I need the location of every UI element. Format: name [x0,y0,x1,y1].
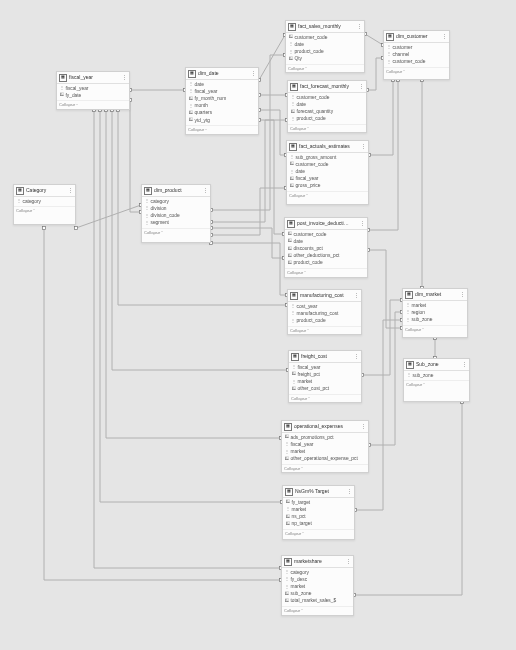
table-header[interactable]: ▦manufacturing_cost⋮ [288,290,361,302]
column-item[interactable]: ⋮market [283,448,367,455]
table-menu-icon[interactable]: ⋮ [250,71,256,77]
column-item[interactable]: ⚿other_operational_expense_pct [283,456,367,463]
model-canvas[interactable]: ▦fiscal_year⋮⋮fiscal_year⚿fy_dateCollaps… [0,0,516,650]
column-item[interactable]: ⋮date [287,41,363,48]
table-header[interactable]: ▦post_invoice_deducti…⋮ [285,218,367,230]
table-fact_forecast_monthly[interactable]: ▦fact_forecast_monthly⋮⋮customer_code⋮da… [287,80,367,133]
column-item[interactable]: ⚿ns_pct [284,513,353,520]
column-item[interactable]: ⚿total_market_sales_$ [283,598,352,605]
table-marketshare[interactable]: ▦marketshare⋮⋮category⋮fy_desc⋮market⚿su… [281,555,354,616]
collapse-toggle[interactable]: Collapse˄ [384,67,449,75]
column-item[interactable]: ⋮customer_code [289,94,365,101]
table-menu-icon[interactable]: ⋮ [360,424,366,430]
table-header[interactable]: ▦dim_date⋮ [186,68,258,80]
column-item[interactable]: ⚿customer_code [286,231,366,238]
table-header[interactable]: ▦fact_sales_monthly⋮ [286,21,364,33]
collapse-toggle[interactable]: Collapse˄ [57,100,129,108]
column-item[interactable]: ⚿ytd_ytg [187,117,257,124]
column-item[interactable]: ⚿sub_zone [283,591,352,598]
column-item[interactable]: ⚿Qty [287,56,363,63]
table-header[interactable]: ▦dim_market⋮ [403,289,467,301]
column-item[interactable]: ⋮date [187,81,257,88]
column-item[interactable]: ⚿ads_promotions_pct [283,434,367,441]
table-manufacturing_cost[interactable]: ▦manufacturing_cost⋮⋮cost_year⋮manufactu… [287,289,362,335]
column-item[interactable]: ⋮channel [385,51,448,58]
table-menu-icon[interactable]: ⋮ [461,362,467,368]
table-menu-icon[interactable]: ⋮ [360,144,366,150]
column-item[interactable]: ⋮division_code [143,212,209,219]
column-item[interactable]: ⚿fy_target [284,499,353,506]
column-item[interactable]: ⚿fiscal_year [288,176,367,183]
table-fact_sales_monthly[interactable]: ▦fact_sales_monthly⋮⚿customer_code⋮date⋮… [285,20,365,73]
table-menu-icon[interactable]: ⋮ [346,489,352,495]
column-item[interactable]: ⚿discounts_pct [286,245,366,252]
column-item[interactable]: ⋮sub_zone [404,316,466,323]
table-sub_zone[interactable]: ▦Sub_zone⋮⋮sub_zoneCollapse˄ [403,358,470,402]
collapse-toggle[interactable]: Collapse˄ [403,325,467,333]
column-item[interactable]: ⋮fiscal_year [283,441,367,448]
table-fiscal_year[interactable]: ▦fiscal_year⋮⋮fiscal_year⚿fy_dateCollaps… [56,71,130,110]
table-fact_actuals_estimates[interactable]: ▦fact_actuals_estimates⋮⋮sub_gross_amoun… [286,140,369,205]
column-item[interactable]: ⋮sub_zone [405,372,468,379]
column-item[interactable]: ⚿date [286,238,366,245]
column-item[interactable]: ⚿product_code [286,260,366,267]
collapse-toggle[interactable]: Collapse˄ [288,124,366,132]
table-category[interactable]: ▦Category⋮⋮categoryCollapse˄ [13,184,76,225]
column-item[interactable]: ⚿other_cost_pct [290,386,360,393]
table-menu-icon[interactable]: ⋮ [345,559,351,565]
table-header[interactable]: ▦freight_cost⋮ [289,351,361,363]
table-dim_date[interactable]: ▦dim_date⋮⋮date⋮fiscal_year⚿fy_month_num… [185,67,259,135]
table-menu-icon[interactable]: ⋮ [202,188,208,194]
column-item[interactable]: ⋮sub_gross_amount [288,154,367,161]
column-item[interactable]: ⋮market [283,583,352,590]
collapse-toggle[interactable]: Collapse˄ [282,606,353,614]
table-dim_customer[interactable]: ▦dim_customer⋮⋮customer⋮channel⋮customer… [383,30,450,80]
column-item[interactable]: ⋮customer_code [385,58,448,65]
column-item[interactable]: ⋮fiscal_year [290,364,360,371]
collapse-toggle[interactable]: Collapse˄ [285,268,367,276]
table-header[interactable]: ▦dim_product⋮ [142,185,210,197]
column-item[interactable]: ⚿forecast_quantity [289,108,365,115]
column-item[interactable]: ⚿other_deductions_pct [286,253,366,260]
column-item[interactable]: ⋮customer [385,44,448,51]
column-item[interactable]: ⋮category [15,198,74,205]
column-item[interactable]: ⚿np_target [284,521,353,528]
column-item[interactable]: ⋮date [289,101,365,108]
column-item[interactable]: ⚿freight_pct [290,371,360,378]
table-nsgm_target[interactable]: ▦NsGm% Target⋮⚿fy_target⋮market⚿ns_pct⚿n… [282,485,355,540]
collapse-toggle[interactable]: Collapse˄ [14,206,75,214]
column-item[interactable]: ⚿fy_month_num [187,95,257,102]
column-item[interactable]: ⋮market [284,506,353,513]
column-item[interactable]: ⋮month [187,103,257,110]
table-header[interactable]: ▦marketshare⋮ [282,556,353,568]
collapse-toggle[interactable]: Collapse˄ [404,380,469,388]
column-item[interactable]: ⋮fiscal_year [58,85,128,92]
table-header[interactable]: ▦operational_expenses⋮ [282,421,368,433]
table-header[interactable]: ▦fiscal_year⋮ [57,72,129,84]
table-menu-icon[interactable]: ⋮ [359,221,365,227]
column-item[interactable]: ⋮manufacturing_cost [289,310,360,317]
table-menu-icon[interactable]: ⋮ [353,354,359,360]
collapse-toggle[interactable]: Collapse˄ [287,191,368,199]
table-header[interactable]: ▦Sub_zone⋮ [404,359,469,371]
collapse-toggle[interactable]: Collapse˄ [142,228,210,236]
table-menu-icon[interactable]: ⋮ [459,292,465,298]
table-menu-icon[interactable]: ⋮ [356,24,362,30]
column-item[interactable]: ⋮product_code [287,48,363,55]
column-item[interactable]: ⋮product_code [289,317,360,324]
column-item[interactable]: ⋮region [404,309,466,316]
column-item[interactable]: ⚿customer_code [288,161,367,168]
collapse-toggle[interactable]: Collapse˄ [186,125,258,133]
column-item[interactable]: ⋮category [283,569,352,576]
column-item[interactable]: ⚿customer_code [287,34,363,41]
table-header[interactable]: ▦NsGm% Target⋮ [283,486,354,498]
column-item[interactable]: ⋮segment [143,220,209,227]
table-header[interactable]: ▦Category⋮ [14,185,75,197]
collapse-toggle[interactable]: Collapse˄ [288,326,361,334]
table-header[interactable]: ▦fact_forecast_monthly⋮ [288,81,366,93]
table-post_invoice_deductions[interactable]: ▦post_invoice_deducti…⋮⚿customer_code⚿da… [284,217,368,278]
column-item[interactable]: ⋮fiscal_year [187,88,257,95]
column-item[interactable]: ⋮market [290,378,360,385]
column-item[interactable]: ⚿gross_price [288,183,367,190]
collapse-toggle[interactable]: Collapse˄ [286,64,364,72]
